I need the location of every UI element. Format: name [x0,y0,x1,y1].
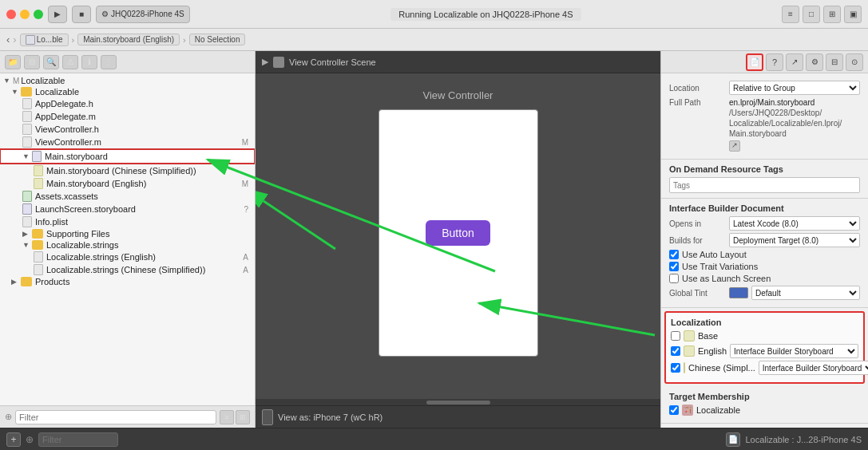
global-tint-row: Global Tint Default [669,286,860,300]
list-item[interactable]: Localizable.strings (English) A [0,251,255,263]
expand-btn[interactable]: ▶ [262,57,268,67]
trait-variations-checkbox[interactable] [669,262,679,271]
list-item[interactable]: Assets.xcassets [0,190,255,203]
english-label: English [698,346,727,356]
file-icon [22,216,32,227]
sidebar-warning-btn[interactable]: ⚠ [62,55,78,69]
on-demand-header: On Demand Resource Tags [669,164,860,174]
scheme-label: JHQ0228-iPhone 4S [111,10,184,18]
quick-help-btn[interactable]: ? [766,53,783,71]
bottom-filter-input[interactable] [38,432,118,447]
list-item[interactable]: ▼ Localizable.strings [0,239,255,251]
purple-button[interactable]: Button [426,220,489,246]
list-item[interactable]: LaunchScreen.storyboard ? [0,203,255,215]
path-line2: /Users/JHQ0228/Desktop/ [729,108,860,118]
sidebar-folder-btn[interactable]: 📁 [5,55,21,69]
localization-section: Localization Base English Interface Buil… [664,311,865,384]
editor-canvas[interactable]: View Controller Button [256,73,660,399]
breadcrumb-item1[interactable]: Main.storyboard (English) [77,34,180,45]
sidebar-search-btn[interactable]: 🔍 [43,55,59,69]
base-label: Base [698,331,858,341]
editor-statusbar: View as: iPhone 7 (wC hR) [256,405,660,428]
target-checkbox[interactable] [669,405,679,415]
loc-file-label: Main.storyboard (Chinese (Simplified)) [46,166,196,176]
hierarchy-icon[interactable]: ⊞ [236,410,250,424]
location-select[interactable]: Relative to Group [729,81,860,95]
supporting-files-item[interactable]: ▶ Supporting Files [0,228,255,239]
english-type-select[interactable]: Interface Builder Storyboard [730,344,858,358]
location-row: Location Relative to Group [669,81,860,95]
inspector-toggle[interactable]: ▣ [844,6,862,23]
scrollbar-thumb[interactable] [426,401,490,405]
launch-screen-checkbox[interactable] [669,274,679,283]
bottom-add-btn[interactable]: + [6,432,21,447]
main-storyboard-item[interactable]: ▼ Main.storyboard [0,149,255,164]
base-checkbox[interactable] [671,331,680,341]
minimize-button[interactable] [20,10,30,19]
assistant-toggle[interactable]: ⊞ [823,6,841,23]
tags-input[interactable] [669,177,860,193]
list-item[interactable]: AppDelegate.h [0,97,255,110]
path-reveal[interactable]: ↗ [729,140,740,152]
file-icon [22,98,32,109]
sidebar-more-btn[interactable]: ⋮ [101,55,117,69]
chinese-checkbox[interactable] [671,363,680,373]
connections-inspector-btn[interactable]: ⊙ [846,53,863,71]
auto-layout-checkbox[interactable] [669,250,679,259]
m-badge: M [242,180,252,188]
products-label: Products [35,277,69,286]
trait-variations-label: Use Trait Variations [682,262,758,271]
english-checkbox[interactable] [671,346,680,356]
attributes-inspector-btn[interactable]: ⚙ [806,53,823,71]
scheme-selector[interactable]: ⚙ JHQ0228-iPhone 4S [96,6,190,23]
stop-button[interactable]: ■ [72,6,91,23]
sidebar-info-btn[interactable]: ℹ [81,55,97,69]
list-item[interactable]: ▼ Localizable [0,86,255,97]
sidebar-filter-input[interactable] [15,410,216,424]
q-badge: ? [244,205,252,214]
inspector-panel: 📄 ? ↗ ⚙ ⊟ ⊙ Location Relative to Group F… [660,51,868,428]
trait-variations-row: Use Trait Variations [669,262,860,271]
fullscreen-button[interactable] [34,10,43,19]
list-item[interactable]: Main.storyboard (English) M [0,177,255,190]
disclosure-icon: ▼ [22,241,30,249]
global-tint-select[interactable]: Default [751,286,860,300]
list-item[interactable]: Localizable.strings (Chinese (Simplified… [0,263,255,276]
list-item[interactable]: ViewController.h [0,123,255,136]
list-item[interactable]: AppDelegate.m [0,110,255,123]
size-inspector-btn[interactable]: ⊟ [826,53,843,71]
close-button[interactable] [6,10,16,19]
disclosure-icon: ▼ [3,77,11,85]
sort-icon[interactable]: ≡ [220,410,234,424]
builds-for-select[interactable]: Deployment Target (8.0) [729,233,860,247]
chinese-type-select[interactable]: Interface Builder Storyboard [759,361,868,375]
target-icon: 🏹 [682,405,693,416]
navigator-toggle[interactable]: ≡ [782,6,799,23]
bottom-new-file-btn[interactable]: 📄 [726,432,740,447]
file-label: Assets.xcassets [35,191,98,201]
opens-in-select[interactable]: Latest Xcode (8.0) [729,216,860,231]
debug-toggle[interactable]: □ [803,6,820,23]
canvas-scrollbar[interactable] [256,399,660,405]
list-item[interactable]: Main.storyboard (Chinese (Simplified)) [0,164,255,177]
color-swatch[interactable] [729,287,748,298]
path-line3: Localizable/Localizable/en.lproj/ [729,118,860,128]
sidebar-filter-btn[interactable]: ⊟ [24,55,40,69]
breadcrumb-file[interactable]: Lo...ble [20,34,69,46]
breadcrumb-item2[interactable]: No Selection [189,34,246,45]
nav-back[interactable]: ‹ [6,34,10,45]
list-item[interactable]: ViewController.m M [0,136,255,148]
file-inspector-btn[interactable]: 📄 [746,53,763,71]
activity-area: Running Localizable on JHQ0228-iPhone 4S [195,10,777,19]
supporting-files-label: Supporting Files [46,229,110,239]
sidebar: 📁 ⊟ 🔍 ⚠ ℹ ⋮ ▼ M Localizable ▼ Localizabl… [0,51,256,428]
identity-inspector-btn[interactable]: ↗ [786,53,803,71]
editor-toolbar: ▶ View Controller Scene [256,51,660,73]
bottom-right: 📄 Localizable : J...28-iPhone 4S [726,432,862,447]
list-item[interactable]: ▼ M Localizable [0,75,255,86]
editor-area: ▶ View Controller Scene View Controller … [256,51,660,428]
nav-forward[interactable]: › [13,34,16,45]
list-item[interactable]: Info.plist [0,215,255,228]
run-button[interactable]: ▶ [48,6,67,23]
list-item[interactable]: ▶ Products [0,276,255,287]
